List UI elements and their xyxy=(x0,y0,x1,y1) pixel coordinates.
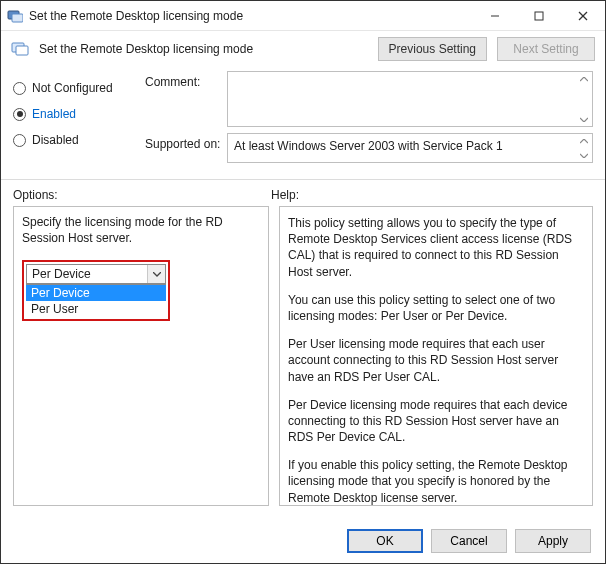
scroll-up-icon[interactable] xyxy=(578,136,590,146)
ok-button[interactable]: OK xyxy=(347,529,423,553)
radio-label: Disabled xyxy=(32,133,79,147)
radio-icon xyxy=(13,82,26,95)
comment-input[interactable] xyxy=(227,71,593,127)
supported-value: At least Windows Server 2003 with Servic… xyxy=(234,139,503,153)
licensing-mode-select[interactable]: Per Device xyxy=(26,264,166,284)
radio-label: Not Configured xyxy=(32,81,113,95)
radio-icon xyxy=(13,134,26,147)
comment-row: Comment: xyxy=(145,71,593,127)
panel-labels: Options: Help: xyxy=(1,184,605,206)
help-text: If you enable this policy setting, the R… xyxy=(288,457,584,506)
titlebar: Set the Remote Desktop licensing mode xyxy=(1,1,605,31)
help-panel: This policy setting allows you to specif… xyxy=(279,206,593,506)
state-radio-group: Not Configured Enabled Disabled xyxy=(13,71,133,169)
footer-buttons: OK Cancel Apply xyxy=(347,529,591,553)
app-icon xyxy=(7,8,23,24)
help-text: This policy setting allows you to specif… xyxy=(288,215,584,280)
apply-button[interactable]: Apply xyxy=(515,529,591,553)
radio-not-configured[interactable]: Not Configured xyxy=(13,75,133,101)
option-per-device[interactable]: Per Device xyxy=(26,285,166,301)
supported-label: Supported on: xyxy=(145,133,227,151)
next-setting-button: Next Setting xyxy=(497,37,595,61)
options-label: Options: xyxy=(13,188,271,202)
supported-display: At least Windows Server 2003 with Servic… xyxy=(227,133,593,163)
svg-rect-7 xyxy=(16,46,28,55)
svg-rect-1 xyxy=(12,14,23,22)
supported-row: Supported on: At least Windows Server 20… xyxy=(145,133,593,163)
panels: Specify the licensing mode for the RD Se… xyxy=(1,206,605,506)
maximize-button[interactable] xyxy=(517,1,561,31)
help-text: You can use this policy setting to selec… xyxy=(288,292,584,324)
svg-rect-3 xyxy=(535,12,543,20)
config-fields: Comment: Supported on: At least Windows … xyxy=(145,71,593,169)
scroll-down-icon[interactable] xyxy=(578,150,590,160)
page-title: Set the Remote Desktop licensing mode xyxy=(39,42,368,56)
header-row: Set the Remote Desktop licensing mode Pr… xyxy=(1,31,605,71)
divider xyxy=(1,179,605,180)
radio-icon xyxy=(13,108,26,121)
minimize-button[interactable] xyxy=(473,1,517,31)
selected-value: Per Device xyxy=(27,267,147,281)
chevron-down-icon xyxy=(147,265,165,283)
help-text: Per Device licensing mode requires that … xyxy=(288,397,584,446)
comment-label: Comment: xyxy=(145,71,227,89)
scroll-down-icon[interactable] xyxy=(578,114,590,124)
help-text: Per User licensing mode requires that ea… xyxy=(288,336,584,385)
config-area: Not Configured Enabled Disabled Comment:… xyxy=(1,71,605,175)
licensing-mode-dropdown: Per Device Per User xyxy=(26,284,166,317)
close-button[interactable] xyxy=(561,1,605,31)
help-label: Help: xyxy=(271,188,593,202)
policy-icon xyxy=(11,41,29,57)
scroll-up-icon[interactable] xyxy=(578,74,590,84)
radio-disabled[interactable]: Disabled xyxy=(13,127,133,153)
option-per-user[interactable]: Per User xyxy=(26,301,166,317)
previous-setting-button[interactable]: Previous Setting xyxy=(378,37,487,61)
window-title: Set the Remote Desktop licensing mode xyxy=(29,9,473,23)
licensing-mode-highlight: Per Device Per Device Per User xyxy=(22,260,170,321)
options-description: Specify the licensing mode for the RD Se… xyxy=(22,215,260,246)
radio-enabled[interactable]: Enabled xyxy=(13,101,133,127)
options-panel: Specify the licensing mode for the RD Se… xyxy=(13,206,269,506)
cancel-button[interactable]: Cancel xyxy=(431,529,507,553)
radio-label: Enabled xyxy=(32,107,76,121)
